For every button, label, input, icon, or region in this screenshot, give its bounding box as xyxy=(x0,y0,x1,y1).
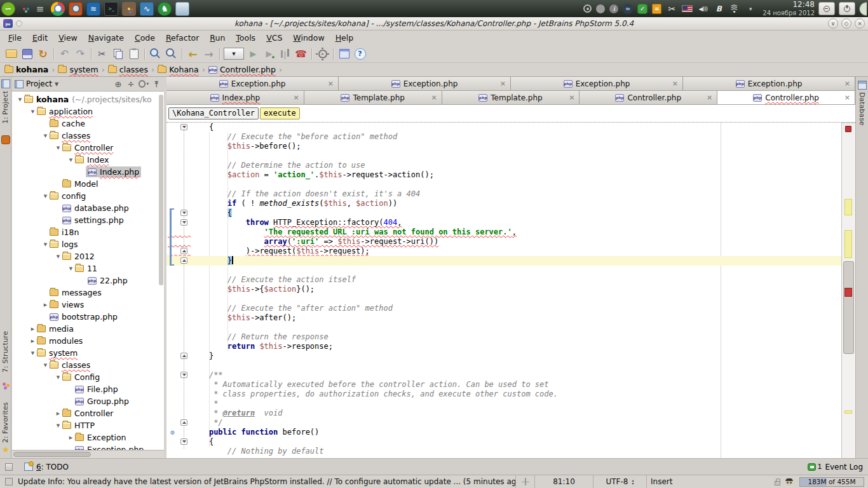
project-tree-scrollbar[interactable] xyxy=(159,95,163,285)
editor-breadcrumb-chip[interactable]: execute xyxy=(260,107,300,119)
chevron-down-icon[interactable]: ▼ xyxy=(55,81,58,87)
shade-window-button[interactable]: ∨ xyxy=(828,18,838,29)
warning-stripe-mark[interactable] xyxy=(844,199,852,215)
tree-row[interactable]: ▼logs xyxy=(12,238,164,250)
code-line[interactable]: // Execute the "after action" method xyxy=(166,304,841,313)
notes-icon[interactable] xyxy=(652,4,661,14)
menu-window[interactable]: Window xyxy=(288,32,329,44)
menu-refactor[interactable]: Refactor xyxy=(161,32,204,44)
fold-collapse-icon[interactable] xyxy=(180,438,187,445)
tree-row[interactable]: Model xyxy=(12,178,164,190)
window-menu-button[interactable] xyxy=(16,20,22,27)
database-tool-icon[interactable] xyxy=(858,81,867,90)
close-tab-icon[interactable]: × xyxy=(844,93,850,102)
memory-indicator[interactable]: 183M of 455M xyxy=(799,477,864,487)
editor-tab[interactable]: Controller.php× xyxy=(580,91,717,104)
collapse-all-button[interactable] xyxy=(126,79,136,89)
status-message[interactable]: Update Info: You already have the latest… xyxy=(18,477,515,486)
code-line[interactable] xyxy=(166,180,841,189)
session-icon[interactable] xyxy=(596,4,605,13)
menu-navigate[interactable]: Navigate xyxy=(83,32,129,44)
code-line[interactable] xyxy=(166,151,841,161)
scroll-from-source-button[interactable] xyxy=(113,79,123,89)
tree-expand-arrow[interactable]: ▼ xyxy=(67,266,75,271)
favorites-star-icon[interactable] xyxy=(1,445,10,454)
tool-stripe-project[interactable]: 1: Project xyxy=(1,91,10,124)
code-line[interactable] xyxy=(166,294,841,304)
tree-row[interactable]: database.php xyxy=(12,202,164,214)
redo-button[interactable] xyxy=(72,46,88,62)
menu-run[interactable]: Run xyxy=(205,32,230,44)
fold-collapse-icon[interactable] xyxy=(180,210,187,216)
wireshark-icon[interactable] xyxy=(86,2,100,16)
code-line[interactable]: return $this->response; xyxy=(166,342,841,351)
project-tool-icon[interactable] xyxy=(1,79,10,88)
hide-panel-button[interactable] xyxy=(151,79,161,89)
tree-row[interactable]: ▶modules xyxy=(12,335,164,347)
help-button[interactable] xyxy=(352,46,368,62)
menu-vcs[interactable]: VCS xyxy=(261,32,287,44)
tree-expand-arrow[interactable]: ▼ xyxy=(29,109,37,114)
tree-expand-arrow[interactable]: ▼ xyxy=(54,423,62,428)
breadcrumb-kohana[interactable]: Kohana xyxy=(158,65,198,74)
code-line[interactable]: } xyxy=(166,351,841,361)
tree-expand-arrow[interactable]: ▼ xyxy=(41,242,50,247)
wifi-icon[interactable] xyxy=(729,3,740,15)
warning-stripe-mark[interactable] xyxy=(844,230,852,258)
editor-scrollbar-thumb[interactable] xyxy=(843,261,854,354)
info-icon[interactable] xyxy=(609,4,618,13)
fold-end-icon[interactable] xyxy=(180,419,187,426)
code-line[interactable]: * xyxy=(166,399,841,409)
code-line[interactable] xyxy=(166,361,841,370)
menu-file[interactable]: File xyxy=(3,32,27,44)
tree-row[interactable]: ▼11 xyxy=(12,262,164,274)
editor-tab[interactable]: Exception.php× xyxy=(683,77,855,90)
editor-tab[interactable]: Controller.php× xyxy=(717,91,855,104)
amule-icon[interactable] xyxy=(158,2,172,16)
tree-row[interactable]: ▼config xyxy=(12,190,164,202)
code-line[interactable]: * class properties, do authorization che… xyxy=(166,390,841,399)
code-line[interactable]: 'The requested URL :uri was not found on… xyxy=(166,227,841,237)
code-line[interactable]: // Execute the "before action" method xyxy=(166,132,841,142)
fold-end-icon[interactable] xyxy=(180,257,187,264)
export-button[interactable] xyxy=(336,46,352,62)
find-button[interactable] xyxy=(147,46,163,62)
close-tab-icon[interactable]: × xyxy=(431,93,437,102)
tree-expand-arrow[interactable]: ▼ xyxy=(54,146,62,151)
tree-row[interactable]: 22.php xyxy=(12,274,164,287)
coverage-button[interactable] xyxy=(277,46,293,62)
code-line[interactable]: // Execute the action itself xyxy=(166,275,841,285)
fold-end-icon[interactable] xyxy=(180,353,187,359)
status-toggle-icon[interactable] xyxy=(5,478,13,485)
tree-row[interactable]: Exception.php xyxy=(12,444,164,450)
editor-tab[interactable]: Index.php× xyxy=(166,91,304,104)
code-line[interactable]: public function before() xyxy=(166,428,841,437)
chrome-icon[interactable] xyxy=(51,2,65,16)
close-tab-icon[interactable]: × xyxy=(844,79,850,88)
tree-row[interactable]: ▼Config xyxy=(12,371,164,383)
project-horizontal-scrollbar[interactable] xyxy=(12,450,164,458)
code-line[interactable]: * Automatically executed before the cont… xyxy=(166,380,841,390)
power-button[interactable] xyxy=(839,2,855,15)
breadcrumb-kohana[interactable]: kohana xyxy=(4,65,48,74)
encoding-cell[interactable]: UTF-8▴▾ xyxy=(593,475,646,488)
code-line[interactable]: if ( ! method_exists($this, $action)) xyxy=(166,199,841,208)
code-line[interactable] xyxy=(166,323,841,332)
tree-row[interactable]: ▼classes xyxy=(12,359,164,371)
close-tab-icon[interactable]: × xyxy=(672,79,678,88)
tree-expand-arrow[interactable]: ▼ xyxy=(41,194,50,199)
code-line[interactable]: $this->{$action}(); xyxy=(166,285,841,294)
opensuse-icon[interactable] xyxy=(1,2,15,16)
forward-button[interactable] xyxy=(201,46,217,62)
tree-expand-arrow[interactable]: ▼ xyxy=(41,133,50,139)
code-line[interactable]: { xyxy=(166,208,841,218)
tree-expand-arrow[interactable]: ▼ xyxy=(16,97,24,102)
thunderbird-icon[interactable] xyxy=(623,4,633,14)
tool-stripe-structure[interactable]: 7: Structure xyxy=(1,331,10,372)
tree-expand-arrow[interactable]: ▶ xyxy=(29,327,37,332)
menu-tools[interactable]: Tools xyxy=(231,32,261,44)
code-line[interactable]: array(':uri' => $this->request->uri()) xyxy=(166,237,841,247)
editor-tab[interactable]: Exception.php× xyxy=(166,77,339,90)
updates-ok-icon[interactable] xyxy=(637,4,648,14)
tree-expand-arrow[interactable]: ▶ xyxy=(54,411,62,416)
